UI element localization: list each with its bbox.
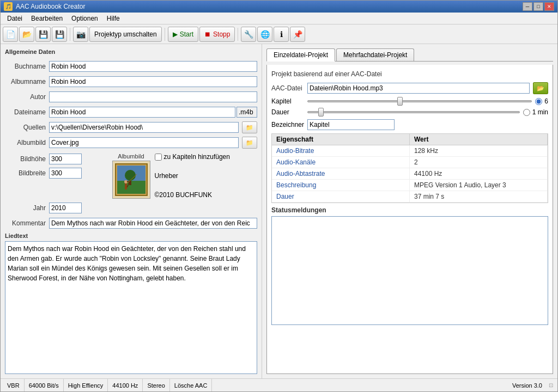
bezeichner-row: Bezeichner [271,119,548,130]
tab-single[interactable]: Einzeldatei-Projekt [266,48,335,62]
menu-optionen[interactable]: Optionen [67,14,102,23]
dauer-radio[interactable] [523,109,530,116]
zu-kapiteln-row: zu Kapiteln hinzufügen [155,153,258,161]
kapitel-row: Kapitel 6 [271,97,548,105]
menu-datei[interactable]: Datei [3,14,27,23]
autor-input[interactable] [49,91,257,102]
kapitel-slider-track [307,100,532,102]
kapitel-radio[interactable] [535,98,542,105]
stop-icon: ⏹ [204,30,211,38]
album-image-thumb [112,161,150,199]
quellen-input[interactable] [49,122,239,133]
app-icon: 🎵 [4,2,13,11]
statusbar-channels: Stereo [143,379,169,391]
dateiname-ext [236,107,257,118]
prop-key-kanaele: Audio-Kanäle [272,157,410,168]
dauer-slider-thumb[interactable] [318,108,324,117]
jahr-label: Jahr [5,204,46,212]
statusbar-samplerate: 44100 Hz [108,379,143,391]
left-panel: Allgemeine Daten Buchname Albumname Auto… [1,44,262,378]
statusbar: VBR 64000 Bit/s High Effiency 44100 Hz S… [1,378,557,391]
project-type-button[interactable]: Projektyp umschalten [89,27,162,42]
buchname-row: Buchname [5,60,257,72]
bezeichner-input[interactable] [307,119,395,130]
image-section: Bildhöhe Bildbreite Albumbild [5,153,257,199]
info-button[interactable]: ℹ [274,27,289,42]
svg-point-6 [125,170,136,181]
web-button[interactable]: 🌐 [257,27,272,42]
start-label: Start [180,30,193,38]
prop-row-beschreibung: Beschreibung MPEG Version 1 Audio, Layer… [272,180,548,191]
status-section: Statusmeldungen [271,206,548,325]
dateiname-label: Dateiname [5,108,46,116]
status-area [271,216,548,325]
menubar: Datei Bearbeiten Optionen Hilfe [1,13,557,24]
zu-kapiteln-checkbox[interactable] [155,154,162,161]
minimize-button[interactable]: ─ [523,2,532,11]
aac-label: AAC-Datei [271,84,304,92]
image-fields: Bildhöhe Bildbreite [5,153,108,199]
open-button[interactable]: 📂 [19,27,34,42]
save-button[interactable]: 💾 [35,27,51,42]
svg-rect-7 [125,183,127,189]
extra-button[interactable]: 📌 [290,27,305,42]
main-content: Allgemeine Daten Buchname Albumname Auto… [1,44,557,378]
title-bar-left: 🎵 AAC Audiobook Creator [4,2,85,11]
album-image-label: Albumbild [118,153,144,160]
albumbild-browse-button[interactable]: 📁 [242,137,257,149]
maximize-button[interactable]: □ [533,2,543,11]
bildbreite-input[interactable] [49,168,82,179]
toolbar-sep3 [238,28,238,41]
aac-input[interactable] [307,83,530,94]
autor-row: Autor [5,91,257,103]
camera-button[interactable]: 📷 [73,27,88,42]
dateiname-input[interactable] [49,107,235,118]
settings-button[interactable]: 🔧 [241,27,256,42]
main-window: 🎵 AAC Audiobook Creator ─ □ ✕ Datei Bear… [0,0,558,392]
start-button[interactable]: ▶ Start [168,27,198,42]
resize-grip[interactable]: ⊡ [547,381,555,390]
window-controls: ─ □ ✕ [523,2,554,11]
autor-label: Autor [5,93,46,101]
albumname-input[interactable] [49,76,257,87]
prop-key-abtastrate: Audio-Abtastrate [272,168,410,179]
menu-hilfe[interactable]: Hilfe [102,14,124,23]
save-as-button[interactable]: 💾 [52,27,67,42]
close-button[interactable]: ✕ [544,2,554,11]
prop-val-dauer: 37 min 7 s [410,191,548,202]
buchname-input[interactable] [49,61,257,72]
title-bar: 🎵 AAC Audiobook Creator ─ □ ✕ [1,1,557,13]
prop-val-beschreibung: MPEG Version 1 Audio, Layer 3 [410,180,548,191]
zu-kapiteln-label: zu Kapiteln hinzufügen [164,153,230,161]
liedtext-input[interactable]: Dem Mythos nach war Robin Hood ein Geäch… [5,241,257,374]
buchname-label: Buchname [5,63,46,70]
properties-table: Eigenschaft Wert Audio-Bitrate 128 kHz A… [271,133,548,203]
menu-bearbeiten[interactable]: Bearbeiten [27,14,67,23]
quellen-label: Quellen [5,124,46,131]
jahr-row: Jahr [5,202,257,214]
quellen-browse-button[interactable]: 📁 [242,121,257,133]
prop-key-bitrate: Audio-Bitrate [272,145,410,156]
albumbild-input[interactable] [49,137,239,148]
bildhoehe-input[interactable] [49,154,82,164]
status-label: Statusmeldungen [271,206,548,214]
tab-multi[interactable]: Mehrfachdatei-Projekt [336,48,414,61]
project-type-label: Projektyp umschalten [94,30,157,38]
project-tabs: Einzeldatei-Projekt Mehrfachdatei-Projek… [266,48,553,62]
jahr-input[interactable] [49,203,82,213]
liedtext-section: Liedtext Dem Mythos nach war Robin Hood … [5,232,257,374]
kapitel-slider-thumb[interactable] [397,97,403,106]
dauer-row: Dauer 1 min [271,108,548,116]
dateiname-row: Dateiname [5,106,257,118]
new-button[interactable]: 📄 [3,27,18,42]
copyright-label: ©2010 BUCHFUNK [155,191,258,199]
bezeichner-label: Bezeichner [271,121,304,128]
prop-val-kanaele: 2 [410,157,548,168]
kommentar-input[interactable] [49,218,257,229]
bildhoehe-label: Bildhöhe [5,155,46,163]
stop-button[interactable]: ⏹ Stopp [199,27,235,42]
prop-row-dauer: Dauer 37 min 7 s [272,191,548,203]
aac-browse-button[interactable]: 📂 [533,82,548,94]
liedtext-label: Liedtext [5,232,257,239]
statusbar-version: Version 3.0 [508,381,547,390]
